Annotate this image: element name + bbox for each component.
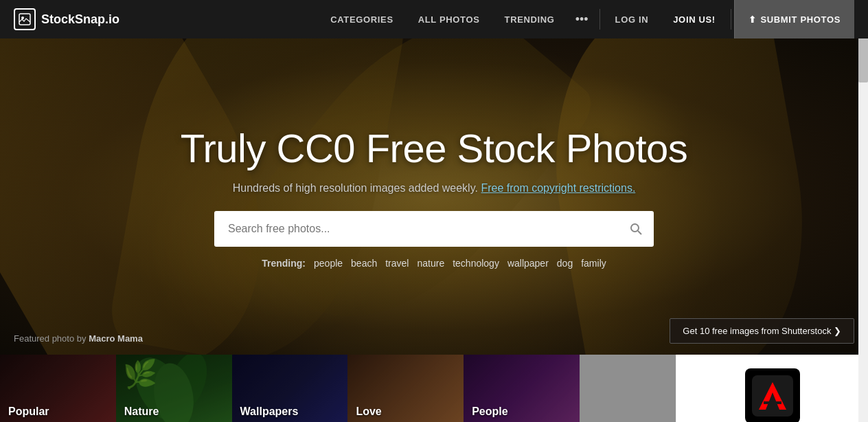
nav-trending[interactable]: TRENDING	[492, 0, 567, 38]
svg-rect-0	[19, 14, 30, 25]
trending-dog[interactable]: dog	[557, 258, 573, 269]
subtitle-link[interactable]: Free from copyright restrictions.	[481, 182, 635, 194]
search-input[interactable]	[214, 223, 618, 235]
category-card-love[interactable]: Love	[347, 355, 464, 422]
category-label-people: People	[464, 400, 516, 422]
svg-rect-7	[752, 375, 793, 417]
featured-author: Macro Mama	[89, 333, 143, 344]
search-button[interactable]	[618, 211, 654, 247]
adobe-logo	[745, 368, 800, 422]
categories-grid: Popular Nature Wallpapers L	[0, 355, 676, 422]
category-card-wallpapers[interactable]: Wallpapers	[232, 355, 348, 422]
hero-content: Truly CC0 Free Stock Photos Hundreds of …	[0, 125, 868, 269]
hero-section: Truly CC0 Free Stock Photos Hundreds of …	[0, 38, 868, 355]
svg-line-3	[638, 231, 641, 234]
trending-family[interactable]: family	[581, 258, 606, 269]
ad-sidebar: Adobe Creative Cloud for Teams starting …	[676, 355, 868, 422]
featured-credit: Featured photo by Macro Mama	[14, 333, 143, 344]
hero-footer: Featured photo by Macro Mama Get 10 free…	[0, 318, 868, 344]
svg-point-1	[21, 16, 24, 19]
nav-more[interactable]: •••	[567, 12, 597, 27]
trending-beach[interactable]: beach	[351, 258, 377, 269]
category-card-extra[interactable]	[580, 355, 676, 422]
trending-label: Trending:	[262, 258, 306, 269]
shutterstock-cta-label: Get 10 free images from Shutterstock ❯	[683, 326, 841, 336]
navbar: StockSnap.io CATEGORIES ALL PHOTOS TREND…	[0, 0, 868, 38]
bottom-section: Popular Nature Wallpapers L	[0, 355, 868, 422]
category-label-nature: Nature	[116, 400, 168, 422]
subtitle-plain: Hundreds of high resolution images added…	[233, 182, 478, 194]
trending-bar: Trending: people beach travel nature tec…	[262, 258, 606, 269]
trending-technology[interactable]: technology	[453, 258, 499, 269]
site-logo[interactable]: StockSnap.io	[14, 8, 119, 30]
submit-icon: ⬆	[749, 14, 757, 25]
hero-subtitle: Hundreds of high resolution images added…	[233, 182, 636, 195]
category-overlay	[580, 355, 676, 422]
hero-title: Truly CC0 Free Stock Photos	[181, 125, 688, 171]
category-label-popular: Popular	[0, 400, 58, 422]
category-card-popular[interactable]: Popular	[0, 355, 116, 422]
nav-submit[interactable]: ⬆ SUBMIT PHOTOS	[734, 0, 854, 38]
svg-rect-9	[764, 401, 781, 404]
submit-label: SUBMIT PHOTOS	[760, 14, 841, 25]
nav-categories[interactable]: CATEGORIES	[318, 0, 406, 38]
svg-point-2	[631, 224, 639, 232]
search-bar	[214, 211, 654, 247]
category-card-people[interactable]: People	[464, 355, 580, 422]
nav-divider-2	[731, 9, 731, 30]
nav-login[interactable]: LOG IN	[603, 0, 661, 38]
nav-links: CATEGORIES ALL PHOTOS TRENDING ••• LOG I…	[318, 0, 854, 38]
category-label-love: Love	[347, 400, 389, 422]
category-label-wallpapers: Wallpapers	[232, 400, 307, 422]
trending-travel[interactable]: travel	[385, 258, 409, 269]
trending-people[interactable]: people	[314, 258, 343, 269]
nav-all-photos[interactable]: ALL PHOTOS	[406, 0, 492, 38]
logo-icon	[14, 8, 36, 30]
trending-wallpaper[interactable]: wallpaper	[507, 258, 549, 269]
trending-nature[interactable]: nature	[417, 258, 444, 269]
category-card-nature[interactable]: Nature	[116, 355, 232, 422]
shutterstock-cta-button[interactable]: Get 10 free images from Shutterstock ❯	[670, 318, 854, 344]
nav-divider	[599, 9, 600, 30]
nav-join[interactable]: JOIN US!	[661, 0, 728, 38]
